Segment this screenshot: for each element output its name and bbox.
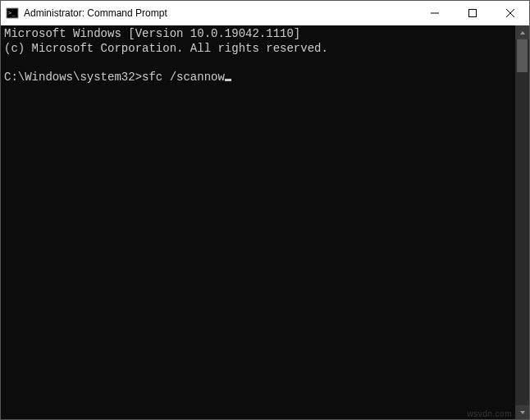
console-output[interactable]: Microsoft Windows [Version 10.0.19042.11… bbox=[1, 25, 515, 419]
svg-rect-3 bbox=[469, 10, 477, 17]
svg-marker-7 bbox=[520, 411, 525, 414]
scroll-track[interactable] bbox=[515, 39, 529, 405]
command-prompt-window: >_ Administrator: Command Prompt Microso… bbox=[0, 0, 530, 420]
scroll-down-button[interactable] bbox=[515, 405, 529, 419]
copyright-line: (c) Microsoft Corporation. All rights re… bbox=[4, 42, 328, 55]
text-cursor bbox=[225, 79, 231, 81]
client-area: Microsoft Windows [Version 10.0.19042.11… bbox=[1, 25, 529, 419]
svg-marker-6 bbox=[520, 31, 525, 34]
scroll-up-button[interactable] bbox=[515, 25, 529, 39]
close-button[interactable] bbox=[491, 1, 529, 25]
maximize-button[interactable] bbox=[454, 1, 491, 25]
minimize-button[interactable] bbox=[416, 1, 454, 25]
prompt-path: C:\Windows\system32> bbox=[4, 71, 142, 84]
window-title: Administrator: Command Prompt bbox=[24, 7, 416, 19]
app-icon: >_ bbox=[6, 7, 19, 20]
scroll-thumb[interactable] bbox=[517, 39, 528, 72]
watermark: wsvdn.com bbox=[467, 409, 512, 418]
version-line: Microsoft Windows [Version 10.0.19042.11… bbox=[4, 27, 300, 40]
window-controls bbox=[416, 1, 529, 25]
vertical-scrollbar[interactable] bbox=[515, 25, 529, 419]
command-input[interactable]: sfc /scannow bbox=[142, 71, 225, 84]
svg-text:>_: >_ bbox=[8, 10, 16, 16]
titlebar[interactable]: >_ Administrator: Command Prompt bbox=[1, 1, 529, 25]
